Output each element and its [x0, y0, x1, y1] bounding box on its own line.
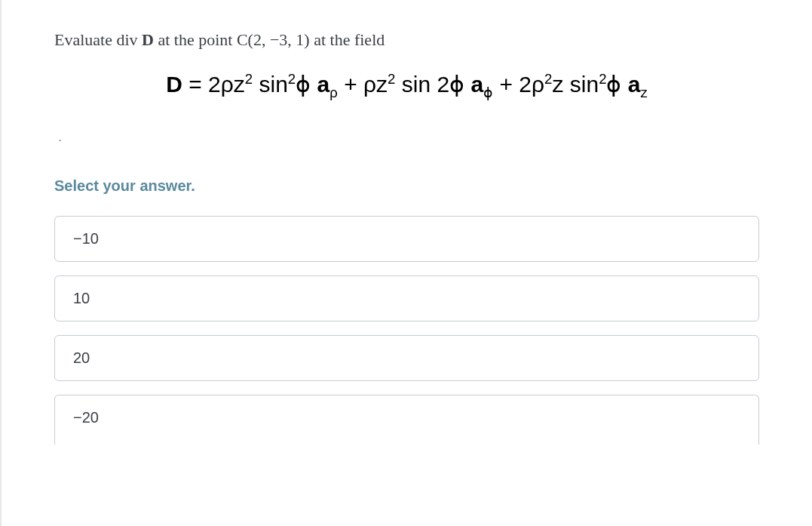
eq-t3b: z sin	[552, 72, 599, 97]
question-prompt: Evaluate div D at the point C(2, −3, 1) …	[54, 30, 759, 50]
eq-t2b: sin 2ϕ	[395, 72, 470, 97]
eq-t3a: 2ρ	[519, 72, 544, 97]
answer-option-3[interactable]: 20	[54, 335, 759, 381]
eq-equals: =	[182, 72, 208, 97]
eq-sup: 2	[388, 71, 395, 87]
eq-t3c: ϕ	[606, 72, 627, 97]
eq-vec: a	[628, 72, 641, 97]
answer-option-1[interactable]: −10	[54, 216, 759, 262]
answers-list: −10 10 20 −20	[54, 216, 759, 444]
select-answer-label: Select your answer.	[54, 177, 759, 195]
decorative-dot: ·	[59, 135, 759, 147]
eq-vec: a	[470, 72, 483, 97]
answer-label: −20	[73, 409, 99, 426]
prompt-bold: D	[142, 30, 154, 49]
equation-container: D = 2ρz2 sin2ϕ aρ + ρz2 sin 2ϕ aϕ + 2ρ2z…	[54, 71, 759, 97]
answer-label: 10	[73, 290, 90, 306]
prompt-prefix: Evaluate div	[54, 30, 142, 49]
eq-t2a: ρz	[363, 72, 388, 97]
eq-vec: a	[317, 72, 330, 97]
eq-sup: 2	[599, 71, 606, 87]
eq-sub: z	[641, 85, 648, 100]
eq-plus: +	[338, 72, 363, 97]
answer-label: −10	[73, 230, 99, 247]
eq-sub: ϕ	[483, 85, 493, 100]
equation: D = 2ρz2 sin2ϕ aρ + ρz2 sin 2ϕ aϕ + 2ρ2z…	[166, 71, 648, 97]
eq-sup: 2	[288, 71, 296, 87]
eq-sup: 2	[544, 71, 552, 87]
eq-lhs: D	[166, 72, 182, 97]
eq-plus: +	[493, 72, 519, 97]
prompt-suffix: at the point C(2, −3, 1) at the field	[154, 30, 385, 49]
answer-option-4[interactable]: −20	[54, 395, 759, 444]
eq-sup: 2	[245, 71, 253, 87]
eq-sub: ρ	[329, 85, 338, 100]
answer-label: 20	[73, 349, 90, 366]
eq-t1b: sin	[253, 72, 288, 97]
eq-t1c: ϕ	[296, 72, 317, 97]
eq-t1a: 2ρz	[208, 72, 245, 97]
answer-option-2[interactable]: 10	[54, 275, 759, 321]
